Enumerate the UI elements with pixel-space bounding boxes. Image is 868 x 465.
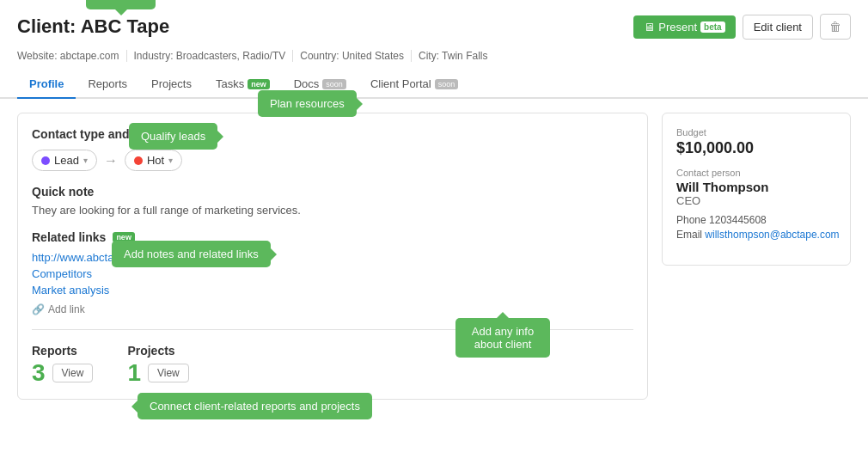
meta-country: Country: United States xyxy=(300,50,412,62)
left-panel: Contact type and Status Lead ▾ → Hot ▾ xyxy=(17,113,648,400)
tab-tasks[interactable]: Tasks new xyxy=(204,70,282,99)
profile-card: Contact type and Status Lead ▾ → Hot ▾ xyxy=(17,113,648,400)
type-select[interactable]: Lead ▾ xyxy=(32,150,97,171)
email-link[interactable]: willsthompson@abctape.com xyxy=(705,229,839,241)
page-title: Client: ABC Tape xyxy=(17,15,169,38)
header-actions: 🖥 Present beta Edit client 🗑 xyxy=(633,14,851,40)
contact-name: Will Thompson xyxy=(676,180,836,194)
monitor-icon: 🖥 xyxy=(644,21,655,34)
reports-title: Reports xyxy=(32,344,93,358)
tab-projects[interactable]: Projects xyxy=(139,70,204,99)
budget-value: $10,000.00 xyxy=(676,139,836,157)
docs-soon-badge: soon xyxy=(322,79,346,89)
related-links-title: Related links xyxy=(32,230,106,244)
beta-badge: beta xyxy=(700,21,725,33)
info-card: Budget $10,000.00 Contact person Will Th… xyxy=(662,113,851,266)
reports-section: Reports 3 View xyxy=(32,344,93,385)
reports-count-row: 3 View xyxy=(32,361,93,385)
type-dot xyxy=(41,156,50,165)
divider xyxy=(32,329,633,330)
tab-profile[interactable]: Profile xyxy=(17,70,76,99)
projects-title: Projects xyxy=(127,344,188,358)
right-panel: Budget $10,000.00 Contact person Will Th… xyxy=(662,113,851,400)
add-link-button[interactable]: 🔗 Add link xyxy=(32,303,633,315)
arrow-right-icon: → xyxy=(104,153,118,168)
related-links-new-badge: new xyxy=(113,232,135,242)
contact-type-title: Contact type and Status xyxy=(32,127,633,141)
present-button[interactable]: 🖥 Present beta xyxy=(633,15,735,39)
projects-section: Projects 1 View xyxy=(127,344,188,385)
tab-docs[interactable]: Docs soon xyxy=(282,70,358,99)
email-detail: Email willsthompson@abctape.com xyxy=(676,229,836,241)
type-chevron: ▾ xyxy=(83,156,88,165)
link-item-3[interactable]: Market analysis xyxy=(32,284,633,297)
status-row: Lead ▾ → Hot ▾ xyxy=(32,150,633,171)
edit-client-button[interactable]: Edit client xyxy=(743,15,813,40)
type-label: Lead xyxy=(54,154,79,167)
reports-count: 3 xyxy=(32,361,46,385)
contact-role: CEO xyxy=(676,194,836,207)
status-dot xyxy=(134,156,143,165)
present-label: Present xyxy=(658,21,697,34)
tab-reports[interactable]: Reports xyxy=(76,70,139,99)
delete-button[interactable]: 🗑 xyxy=(820,14,851,40)
link-icon: 🔗 xyxy=(32,303,45,315)
tab-client-portal[interactable]: Client Portal soon xyxy=(358,70,470,99)
projects-count-row: 1 View xyxy=(127,361,188,385)
link-item-2[interactable]: Competitors xyxy=(32,267,633,280)
page-header: Client: ABC Tape 🖥 Present beta Edit cli… xyxy=(0,0,868,46)
quick-note-title: Quick note xyxy=(32,185,633,199)
meta-info: Website: abctape.com Industry: Broadcast… xyxy=(0,46,868,70)
projects-view-button[interactable]: View xyxy=(148,364,189,382)
related-links-header: Related links new xyxy=(32,230,633,244)
contact-person-label: Contact person xyxy=(676,168,836,178)
portal-soon-badge: soon xyxy=(435,79,459,89)
quick-note-text: They are looking for a full range of mar… xyxy=(32,204,633,217)
status-select[interactable]: Hot ▾ xyxy=(125,150,182,171)
tabs-bar: Profile Reports Projects Tasks new Docs … xyxy=(0,70,868,99)
budget-label: Budget xyxy=(676,127,836,138)
bottom-row: Reports 3 View Projects 1 View xyxy=(32,344,633,385)
meta-website: Website: abctape.com xyxy=(17,50,127,62)
projects-count: 1 xyxy=(127,361,141,385)
status-label: Hot xyxy=(147,154,164,167)
status-chevron: ▾ xyxy=(168,156,173,165)
link-item-1[interactable]: http://www.abctape.com/ xyxy=(32,251,633,264)
tasks-new-badge: new xyxy=(248,79,270,89)
main-content: Contact type and Status Lead ▾ → Hot ▾ xyxy=(0,99,868,413)
budget-section: Budget $10,000.00 xyxy=(676,127,836,157)
contact-person-section: Contact person Will Thompson CEO Phone 1… xyxy=(676,168,836,241)
reports-view-button[interactable]: View xyxy=(52,364,94,382)
meta-city: City: Twin Falls xyxy=(419,50,494,62)
phone-detail: Phone 1203445608 xyxy=(676,214,836,226)
meta-industry: Industry: Broadcasters, Radio/TV xyxy=(134,50,294,62)
